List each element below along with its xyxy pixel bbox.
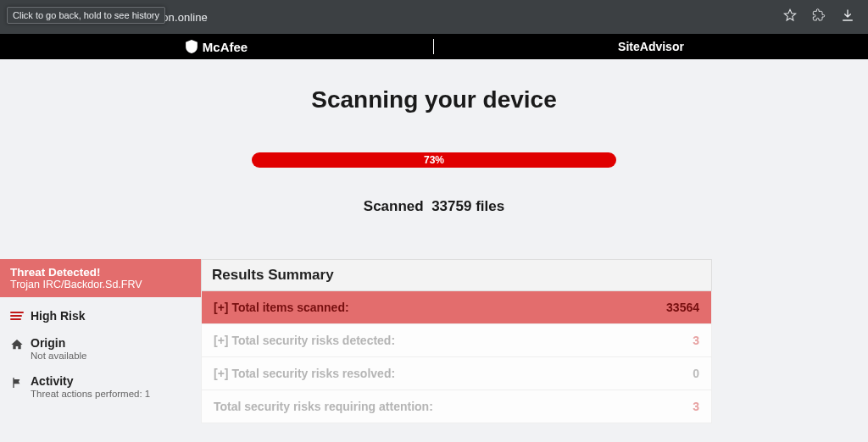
row-value: 33564 [666, 301, 699, 314]
result-row-detected: [+] Total security risks detected: 3 [201, 324, 712, 357]
progress-label: 73% [252, 152, 616, 168]
shield-icon [186, 40, 198, 53]
row-label: [+] Total items scanned: [214, 301, 349, 314]
sidebar-item-risk: High Risk [0, 302, 201, 329]
browser-chrome: Click to go back, hold to see history ac… [0, 0, 868, 34]
scanned-count: 33759 files [431, 198, 504, 214]
sidebar-list: High Risk Origin Not available Activity … [0, 297, 201, 406]
result-row-resolved: [+] Total security risks resolved: 0 [201, 357, 712, 390]
row-label: Total security risks requiring attention… [214, 400, 433, 413]
back-tooltip: Click to go back, hold to see history [7, 7, 165, 24]
sidebar-item-activity: Activity Threat actions performed: 1 [0, 367, 201, 406]
sidebar-label: Activity [31, 374, 150, 388]
risk-icon [10, 312, 24, 320]
row-label: [+] Total security risks detected: [214, 334, 395, 347]
tooltip-text: Click to go back, hold to see history [13, 10, 159, 20]
scan-count-line: Scanned 33759 files [0, 198, 868, 215]
result-row-attention: Total security risks requiring attention… [201, 390, 712, 423]
progress-bar: 73% [252, 152, 616, 168]
sidebar-item-origin: Origin Not available [0, 329, 201, 367]
sidebar-label: Origin [31, 336, 86, 350]
row-label: [+] Total security risks resolved: [214, 367, 395, 380]
threat-heading: Threat Detected! [10, 266, 191, 279]
scanned-prefix: Scanned [364, 198, 424, 214]
brand-text: McAfee [203, 40, 248, 54]
browser-actions [783, 0, 868, 34]
result-row-scanned: [+] Total items scanned: 33564 [201, 291, 712, 324]
siteadvisor-text: SiteAdvisor [618, 40, 684, 53]
page-title: Scanning your device [0, 86, 868, 113]
sidebar-sublabel: Not available [31, 351, 86, 361]
threat-banner: Threat Detected! Trojan IRC/Backdor.Sd.F… [0, 259, 201, 297]
brand-left[interactable]: McAfee [0, 39, 434, 54]
row-value: 3 [693, 400, 699, 413]
download-icon[interactable] [841, 8, 854, 25]
home-icon [10, 338, 24, 351]
bookmark-icon[interactable] [783, 8, 797, 25]
row-value: 0 [693, 367, 699, 380]
sidebar-sublabel: Threat actions performed: 1 [31, 389, 150, 399]
sidebar: Threat Detected! Trojan IRC/Backdor.Sd.F… [0, 259, 201, 423]
results-heading: Results Summary [201, 259, 712, 291]
sidebar-label: High Risk [31, 309, 86, 323]
flag-icon [10, 376, 24, 390]
extensions-icon[interactable] [812, 8, 826, 25]
row-value: 3 [693, 334, 699, 347]
threat-name: Trojan IRC/Backdor.Sd.FRV [10, 279, 191, 290]
brand-bar: McAfee SiteAdvisor [0, 34, 868, 59]
results-section: Threat Detected! Trojan IRC/Backdor.Sd.F… [0, 259, 868, 423]
brand-right[interactable]: SiteAdvisor [434, 40, 868, 53]
results-main: Results Summary [+] Total items scanned:… [201, 259, 868, 423]
mcafee-logo: McAfee [186, 40, 248, 54]
